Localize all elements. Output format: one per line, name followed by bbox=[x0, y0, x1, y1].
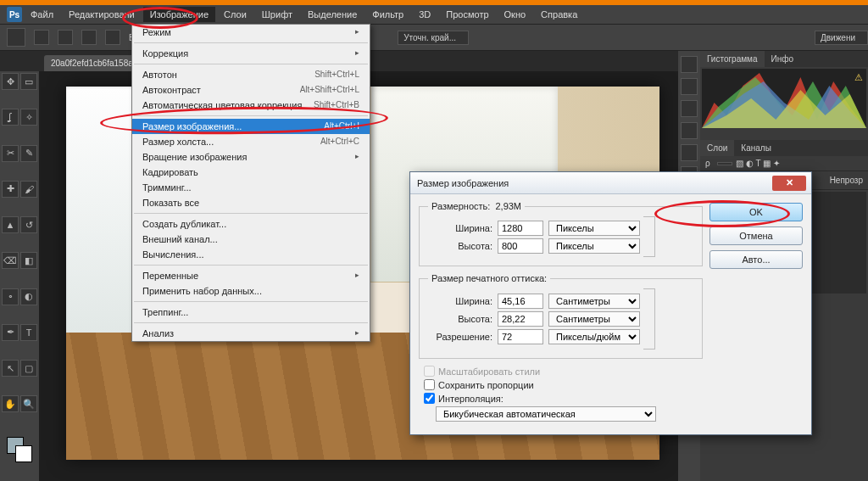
move-tool[interactable]: ✥ bbox=[2, 73, 19, 90]
height-input[interactable] bbox=[498, 238, 543, 254]
print-height-unit[interactable]: Сантиметры bbox=[548, 311, 640, 327]
menuitem-apply-image[interactable]: Внешний канал... bbox=[132, 232, 370, 247]
image-size-dialog: Размер изображения ✕ Размерность: 2,93M … bbox=[409, 171, 812, 435]
dimension-label: Размерность: bbox=[431, 201, 490, 211]
menuitem-mode[interactable]: Режим bbox=[132, 25, 370, 40]
cancel-button[interactable]: Отмена bbox=[709, 227, 803, 245]
history-brush-tool[interactable]: ↺ bbox=[20, 216, 37, 233]
histogram-panel-tabs: Гистограмма Инфо bbox=[700, 51, 868, 67]
pen-tool[interactable]: ✒ bbox=[2, 324, 19, 341]
print-width-input[interactable] bbox=[498, 294, 543, 309]
menuitem-canvas-size[interactable]: Размер холста...Alt+Ctrl+C bbox=[132, 134, 370, 149]
menu-type[interactable]: Шрифт bbox=[255, 7, 299, 22]
menuitem-trap[interactable]: Треппинг... bbox=[132, 305, 370, 320]
refine-edge-button[interactable]: Уточн. край... bbox=[398, 31, 469, 45]
resolution-label: Разрешение: bbox=[428, 332, 492, 342]
menuitem-autocontrast[interactable]: АвтоконтрастAlt+Shift+Ctrl+L bbox=[132, 82, 370, 98]
dimension-value: 2,93M bbox=[495, 201, 521, 211]
crop-tool[interactable]: ✂ bbox=[2, 145, 19, 162]
menuitem-autocolor[interactable]: Автоматическая цветовая коррекцияShift+C… bbox=[132, 98, 370, 113]
menuitem-rotation[interactable]: Вращение изображения bbox=[132, 149, 370, 165]
menuitem-reveal-all[interactable]: Показать все bbox=[132, 195, 370, 210]
menuitem-variables[interactable]: Переменные bbox=[132, 268, 370, 283]
menuitem-trim[interactable]: Тримминг... bbox=[132, 180, 370, 195]
menu-select[interactable]: Выделение bbox=[301, 7, 364, 22]
menu-filter[interactable]: Фильтр bbox=[365, 7, 410, 22]
opt-icon[interactable] bbox=[58, 30, 73, 45]
wand-tool[interactable]: ✧ bbox=[20, 109, 37, 126]
link-icon[interactable] bbox=[643, 288, 655, 350]
opt-icon[interactable] bbox=[34, 30, 49, 45]
panel-icon[interactable] bbox=[681, 144, 698, 161]
menuitem-autotone[interactable]: АвтотонShift+Ctrl+L bbox=[132, 67, 370, 82]
menuitem-crop[interactable]: Кадрировать bbox=[132, 165, 370, 180]
dodge-tool[interactable]: ◐ bbox=[20, 288, 37, 305]
eraser-tool[interactable]: ⌫ bbox=[2, 252, 19, 269]
opt-icon[interactable] bbox=[105, 30, 120, 45]
tab-channels[interactable]: Каналы bbox=[734, 140, 778, 156]
height-unit[interactable]: Пикселы bbox=[548, 238, 640, 254]
warning-icon[interactable]: ⚠ bbox=[854, 72, 863, 83]
link-icon[interactable] bbox=[643, 216, 655, 257]
auto-button[interactable]: Авто... bbox=[709, 250, 803, 269]
menu-3d[interactable]: 3D bbox=[412, 7, 437, 22]
zoom-tool[interactable]: 🔍 bbox=[20, 395, 37, 412]
menu-window[interactable]: Окно bbox=[498, 7, 533, 22]
print-width-unit[interactable]: Сантиметры bbox=[548, 294, 640, 309]
panel-icon[interactable] bbox=[681, 78, 698, 95]
resolution-unit[interactable]: Пикселы/дюйм bbox=[548, 329, 640, 344]
menu-view[interactable]: Просмотр bbox=[439, 7, 495, 22]
close-button[interactable]: ✕ bbox=[772, 176, 806, 191]
path-tool[interactable]: ↖ bbox=[2, 360, 19, 377]
menu-help[interactable]: Справка bbox=[534, 7, 584, 22]
menuitem-duplicate[interactable]: Создать дубликат... bbox=[132, 216, 370, 232]
resolution-input[interactable] bbox=[498, 329, 543, 344]
stamp-tool[interactable]: ▲ bbox=[2, 216, 19, 233]
print-height-input[interactable] bbox=[498, 311, 543, 327]
layers-panel-tabs: Слои Каналы bbox=[700, 140, 868, 156]
menuitem-image-size[interactable]: Размер изображения...Alt+Ctrl+I bbox=[132, 119, 370, 134]
interpolation-checkbox[interactable]: Интерполяция: bbox=[424, 393, 703, 404]
panel-icon[interactable] bbox=[681, 122, 698, 139]
dialog-titlebar[interactable]: Размер изображения ✕ bbox=[410, 172, 811, 194]
brush-tool[interactable]: 🖌 bbox=[20, 181, 37, 198]
menubar: Ps Файл Редактировани Изображение Слои Ш… bbox=[0, 5, 868, 24]
tab-histogram[interactable]: Гистограмма bbox=[700, 51, 765, 67]
menuitem-adjustments[interactable]: Коррекция bbox=[132, 46, 370, 61]
shape-tool[interactable]: ▢ bbox=[20, 360, 37, 377]
panel-icon[interactable] bbox=[681, 56, 698, 73]
gradient-tool[interactable]: ◧ bbox=[20, 252, 37, 269]
menu-image[interactable]: Изображение bbox=[143, 7, 215, 22]
menu-layers[interactable]: Слои bbox=[217, 7, 253, 22]
lasso-tool[interactable]: ʆ bbox=[2, 109, 19, 126]
hand-tool[interactable]: ✋ bbox=[2, 395, 19, 412]
heal-tool[interactable]: ✚ bbox=[2, 181, 19, 198]
blur-tool[interactable]: ∘ bbox=[2, 288, 19, 305]
tool-preset[interactable] bbox=[7, 28, 25, 47]
opt-icon[interactable] bbox=[81, 30, 97, 45]
menu-edit[interactable]: Редактировани bbox=[62, 7, 142, 22]
menuitem-analysis[interactable]: Анализ bbox=[132, 326, 370, 341]
layer-filter[interactable] bbox=[717, 162, 732, 165]
tab-info[interactable]: Инфо bbox=[765, 51, 801, 67]
width-input[interactable] bbox=[498, 221, 543, 236]
histogram-chart: ⚠ bbox=[702, 69, 866, 128]
panel-icon[interactable] bbox=[681, 100, 698, 117]
dialog-title: Размер изображения bbox=[415, 178, 772, 188]
menuitem-calculations[interactable]: Вычисления... bbox=[132, 247, 370, 262]
constrain-checkbox[interactable]: Сохранить пропорции bbox=[424, 379, 703, 390]
type-tool[interactable]: T bbox=[20, 324, 37, 341]
interpolation-select[interactable]: Бикубическая автоматическая bbox=[436, 406, 656, 422]
eyedropper-tool[interactable]: ✎ bbox=[20, 145, 37, 162]
tab-layers[interactable]: Слои bbox=[700, 140, 734, 156]
motion-button[interactable]: Движени bbox=[815, 31, 868, 45]
menu-file[interactable]: Файл bbox=[24, 7, 60, 22]
width-unit[interactable]: Пикселы bbox=[548, 221, 640, 236]
menuitem-apply-dataset[interactable]: Применить набор данных... bbox=[132, 283, 370, 299]
ok-button[interactable]: OK bbox=[709, 203, 803, 221]
tab-title: 20a0f2efd1cb6fa158a... bbox=[51, 59, 140, 68]
color-swatches[interactable] bbox=[7, 437, 32, 462]
marquee-tool[interactable]: ▭ bbox=[20, 73, 37, 90]
image-menu-dropdown: Режим Коррекция АвтотонShift+Ctrl+L Авто… bbox=[131, 24, 370, 342]
toolbox: ✥ ▭ ʆ ✧ ✂ ✎ ✚ 🖌 ▲ ↺ ⌫ ◧ ∘ ◐ ✒ T ↖ ▢ ✋ 🔍 bbox=[0, 71, 39, 481]
